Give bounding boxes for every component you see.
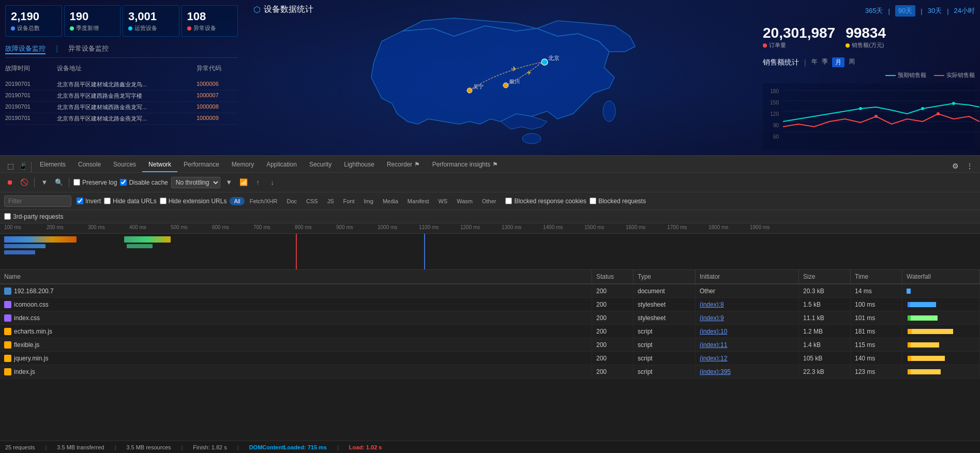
disable-cache-label[interactable]: Disable cache xyxy=(120,179,168,186)
col-header-type[interactable]: Type xyxy=(634,270,696,283)
chip-font[interactable]: Font xyxy=(339,197,359,205)
preserve-log-checkbox[interactable] xyxy=(73,179,80,186)
table-row[interactable]: jquery.min.js 200 script (index):12 105 … xyxy=(0,352,980,365)
invert-label[interactable]: Invert xyxy=(77,198,101,205)
throttle-select[interactable]: No throttling xyxy=(171,177,220,188)
table-row[interactable]: 192.168.200.7 200 document Other 20.3 kB… xyxy=(0,284,980,298)
chip-css[interactable]: CSS xyxy=(302,197,322,205)
chip-all[interactable]: All xyxy=(230,197,244,205)
chip-other[interactable]: Other xyxy=(478,197,501,205)
chip-doc[interactable]: Doc xyxy=(283,197,301,205)
tab-security[interactable]: Security xyxy=(303,158,338,172)
chip-media[interactable]: Media xyxy=(379,197,402,205)
network-table[interactable]: Name Status Type Initiator Size Time Wat… xyxy=(0,270,980,441)
tab-perf-insights[interactable]: Performance insights ⚑ xyxy=(426,158,504,172)
chip-manifest[interactable]: Manifest xyxy=(403,197,433,205)
col-header-waterfall[interactable]: Waterfall xyxy=(902,270,980,283)
dot-sales-icon xyxy=(846,43,850,48)
cell-status-3: 200 xyxy=(592,325,634,338)
time-30[interactable]: 30天 xyxy=(928,6,942,16)
cell-status-6: 200 xyxy=(592,365,634,378)
hide-data-urls-checkbox[interactable] xyxy=(104,198,111,204)
col-header-status[interactable]: Status xyxy=(592,270,634,283)
hide-ext-urls-checkbox[interactable] xyxy=(160,198,167,204)
tab-console[interactable]: Console xyxy=(72,158,107,172)
period-year[interactable]: 年 xyxy=(811,57,818,67)
import-button[interactable]: ↓ xyxy=(267,177,278,188)
hide-data-urls-label[interactable]: Hide data URLs xyxy=(104,198,157,205)
cell-status-4: 200 xyxy=(592,338,634,351)
svg-point-16 xyxy=(921,107,924,110)
search-button[interactable]: 🔍 xyxy=(53,177,65,188)
export-button[interactable]: ↑ xyxy=(252,177,264,188)
throttle-dropdown[interactable]: ▼ xyxy=(223,177,235,188)
chip-img[interactable]: Img xyxy=(360,197,378,205)
time-24h[interactable]: 24小时 xyxy=(954,6,975,16)
tab-performance[interactable]: Performance xyxy=(177,158,225,172)
fault-table-header: 故障时间 设备地址 异常代码 xyxy=(5,62,238,75)
settings-button[interactable]: ⚙ xyxy=(949,160,961,172)
cell-name-5: jquery.min.js xyxy=(0,352,592,365)
tab-fault-monitor[interactable]: 故障设备监控 xyxy=(5,44,46,54)
devtools-header-controls: ⚙ ⋮ xyxy=(949,160,976,172)
col-header-initiator[interactable]: Initiator xyxy=(696,270,799,283)
record-button[interactable]: ⏺ xyxy=(4,177,16,188)
table-row[interactable]: flexible.js 200 script (index):11 1.4 kB… xyxy=(0,338,980,352)
blocked-response-label[interactable]: Blocked response cookies xyxy=(505,198,586,205)
preserve-log-label[interactable]: Preserve log xyxy=(73,179,117,186)
tab-abnormal-monitor[interactable]: 异常设备监控 xyxy=(68,44,109,54)
center-map: ⬡ 设备数据统计 北京 银川 吴宁 xyxy=(243,0,758,155)
device-mode-button[interactable]: 📱 xyxy=(17,160,29,172)
tab-memory[interactable]: Memory xyxy=(225,158,260,172)
col-header-name[interactable]: Name xyxy=(0,270,592,283)
tab-lighthouse[interactable]: Lighthouse xyxy=(338,158,381,172)
tick-6: 700 ms xyxy=(253,224,270,230)
col-header-time[interactable]: Time xyxy=(851,270,902,283)
disable-cache-checkbox[interactable] xyxy=(120,179,127,186)
third-party-label[interactable]: 3rd-party requests xyxy=(4,213,63,220)
filter-input[interactable] xyxy=(4,195,71,207)
fault-row-2[interactable]: 20190701 北京市昌平区建材城西路金燕龙写... 1000008 xyxy=(5,102,238,113)
period-month[interactable]: 月 xyxy=(832,57,845,67)
tab-application[interactable]: Application xyxy=(260,158,303,172)
dot-order-icon xyxy=(763,43,767,48)
wifi-icon-btn[interactable]: 📶 xyxy=(238,177,249,188)
col-header-size[interactable]: Size xyxy=(799,270,851,283)
legend-red-line xyxy=(934,75,944,76)
invert-checkbox[interactable] xyxy=(77,198,83,204)
third-party-checkbox[interactable] xyxy=(4,213,11,220)
more-options-button[interactable]: ⋮ xyxy=(963,160,976,172)
tab-elements[interactable]: Elements xyxy=(34,158,72,172)
inspect-element-button[interactable]: ⬚ xyxy=(4,160,17,172)
chip-wasm[interactable]: Wasm xyxy=(453,197,477,205)
blocked-response-checkbox[interactable] xyxy=(505,198,512,204)
fault-row-0[interactable]: 20190701 北京市昌平区建材城北路鑫业龙鸟... 1000006 xyxy=(5,79,238,90)
period-quarter[interactable]: 季 xyxy=(822,57,828,67)
time-365[interactable]: 365天 xyxy=(865,6,883,16)
chip-js[interactable]: JS xyxy=(323,197,338,205)
tick-5: 600 ms xyxy=(212,224,229,230)
filter-button[interactable]: ▼ xyxy=(39,177,50,188)
tab-sources[interactable]: Sources xyxy=(107,158,142,172)
stat-value-seasonal: 190 xyxy=(70,10,115,23)
table-row[interactable]: index.css 200 stylesheet (index):9 11.1 … xyxy=(0,311,980,325)
chip-fetch-xhr[interactable]: Fetch/XHR xyxy=(246,197,282,205)
fault-row-1[interactable]: 20190701 北京市昌平区建西路金燕龙写字楼 1000007 xyxy=(5,90,238,102)
table-row[interactable]: icomoon.css 200 stylesheet (index):8 1.5… xyxy=(0,298,980,311)
hide-ext-urls-label[interactable]: Hide extension URLs xyxy=(160,198,227,205)
tab-recorder[interactable]: Recorder ⚑ xyxy=(381,158,426,172)
wf-bar-0 xyxy=(907,289,911,294)
blocked-requests-label[interactable]: Blocked requests xyxy=(590,198,646,205)
cell-waterfall-5 xyxy=(902,352,980,365)
tab-network[interactable]: Network xyxy=(142,158,177,172)
fault-row-3[interactable]: 20190701 北京市昌平区建材城北路金燕龙写... 1000009 xyxy=(5,113,238,125)
chip-ws[interactable]: WS xyxy=(434,197,451,205)
blocked-requests-checkbox[interactable] xyxy=(590,198,596,204)
table-row[interactable]: index.js 200 script (index):395 22.3 kB … xyxy=(0,365,980,379)
table-row[interactable]: echarts.min.js 200 script (index):10 1.2… xyxy=(0,325,980,338)
time-90[interactable]: 90天 xyxy=(895,5,915,17)
cell-size-5: 105 kB xyxy=(799,352,851,365)
svg-text:✈: ✈ xyxy=(511,65,517,73)
period-week[interactable]: 周 xyxy=(849,57,855,67)
clear-button[interactable]: 🚫 xyxy=(19,177,30,188)
